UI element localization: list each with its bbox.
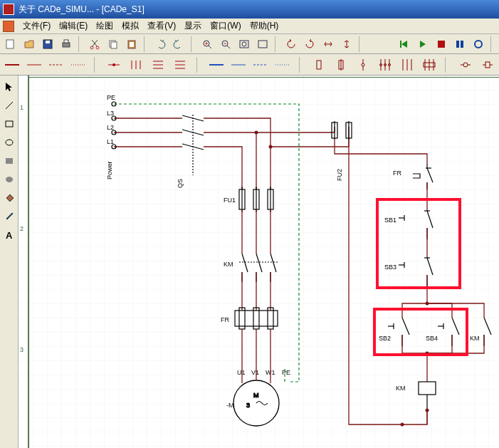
wire-blue2-icon[interactable]	[231, 58, 246, 72]
lbl-l1: L1	[107, 138, 114, 145]
lbl-fr: FR	[221, 316, 229, 323]
lbl-u1: U1	[237, 369, 246, 376]
toolbar	[0, 34, 499, 54]
line-icon[interactable]	[2, 98, 16, 113]
fillell-icon[interactable]	[2, 172, 16, 187]
node-icon[interactable]	[107, 58, 122, 72]
svg-rect-122	[374, 309, 467, 355]
wire-thin-icon[interactable]	[26, 58, 41, 72]
text-icon[interactable]: A	[2, 228, 16, 242]
bus3h-icon[interactable]	[151, 58, 166, 72]
lbl-l2: L2	[107, 124, 114, 131]
svg-line-12	[209, 46, 211, 48]
zoomfit-icon[interactable]	[236, 36, 252, 52]
lbl-km2: KM	[396, 385, 406, 392]
open-icon[interactable]	[21, 36, 37, 52]
stop-icon[interactable]	[434, 36, 449, 52]
redo-icon[interactable]	[171, 36, 187, 52]
save-icon[interactable]	[40, 36, 56, 52]
menu-display[interactable]: 显示	[184, 20, 201, 32]
fliph-icon[interactable]	[320, 36, 336, 52]
svg-rect-45	[317, 61, 321, 69]
lbl-qs: QS	[177, 179, 184, 188]
ruler-vertical: 1 2 3	[19, 75, 28, 448]
pause-icon[interactable]	[452, 36, 468, 52]
svg-point-49	[362, 63, 364, 66]
lbl-pe: PE	[107, 94, 115, 101]
lbl-m: M	[253, 392, 259, 399]
rect-icon[interactable]	[2, 117, 16, 131]
ruler-2: 2	[20, 225, 23, 232]
svg-rect-20	[258, 41, 267, 48]
svg-rect-0	[6, 40, 14, 48]
svg-rect-24	[461, 41, 463, 48]
svg-line-129	[242, 254, 248, 272]
comp-a-icon[interactable]	[311, 58, 326, 72]
window-title: 关于 CADe_SIMU... - [CADe_S1]	[19, 4, 145, 16]
cycle-icon[interactable]	[471, 36, 486, 52]
menu-draw[interactable]: 绘图	[96, 20, 113, 32]
copy-icon[interactable]	[105, 36, 121, 52]
bus3s-icon[interactable]	[173, 58, 188, 72]
zoomout-icon[interactable]	[218, 36, 233, 52]
wire-red-icon[interactable]	[4, 58, 19, 72]
ellipse-icon[interactable]	[2, 135, 16, 150]
lbl-sb2: SB2	[379, 335, 391, 342]
svg-point-25	[475, 41, 482, 48]
undo-icon[interactable]	[152, 36, 168, 52]
svg-line-115	[484, 318, 491, 335]
svg-rect-121	[377, 199, 460, 288]
wire-blue4-icon[interactable]	[275, 58, 290, 72]
menu-help[interactable]: 帮助(H)	[250, 20, 279, 32]
svg-line-111	[452, 318, 459, 335]
zoomwin-icon[interactable]	[255, 36, 270, 52]
svg-line-131	[256, 254, 262, 272]
svg-rect-67	[485, 62, 490, 68]
svg-point-64	[463, 63, 468, 67]
comp-c-icon[interactable]	[355, 58, 370, 72]
comp-g-icon[interactable]	[458, 58, 473, 72]
comp-b-icon[interactable]	[333, 58, 348, 72]
bucket-icon[interactable]	[2, 191, 16, 205]
menu-view[interactable]: 查看(V)	[147, 20, 176, 32]
wire-dot-icon[interactable]	[70, 58, 85, 72]
print-icon[interactable]	[58, 36, 74, 52]
menu-sim[interactable]: 模拟	[122, 20, 139, 32]
comp-f-icon[interactable]	[421, 58, 436, 72]
flipv-icon[interactable]	[339, 36, 354, 52]
menu-edit[interactable]: 编辑(E)	[59, 20, 88, 32]
comp-d-icon[interactable]	[377, 58, 392, 72]
zoomin-icon[interactable]	[199, 36, 215, 52]
menu-window[interactable]: 窗口(W)	[210, 20, 241, 32]
svg-rect-118	[419, 382, 436, 395]
svg-rect-73	[6, 158, 13, 164]
eyedrop-icon[interactable]	[2, 209, 16, 224]
comp-h-icon[interactable]	[480, 58, 495, 72]
svg-rect-22	[438, 41, 445, 48]
lbl-fu2: FU2	[336, 169, 343, 181]
paste-icon[interactable]	[124, 36, 140, 52]
bus3-icon[interactable]	[129, 58, 144, 72]
svg-point-31	[112, 63, 115, 66]
pointer-icon[interactable]	[2, 80, 16, 94]
wire-dash-icon[interactable]	[48, 58, 63, 72]
wire-blue3-icon[interactable]	[253, 58, 268, 72]
rotr-icon[interactable]	[302, 36, 317, 52]
skip-prev-icon[interactable]	[396, 36, 412, 52]
wire-blue-icon[interactable]	[209, 58, 224, 72]
lbl-power: Power	[106, 161, 113, 179]
fillrect-icon[interactable]	[2, 154, 16, 168]
lbl-l3: L3	[107, 110, 114, 117]
canvas[interactable]: 1 2 3 PE L3 L2 L1 Power	[19, 75, 499, 448]
cut-icon[interactable]	[87, 36, 103, 52]
svg-rect-136	[235, 311, 278, 326]
play-icon[interactable]	[415, 36, 431, 52]
ruler-1: 1	[20, 104, 23, 111]
lbl-sb3: SB3	[384, 264, 396, 271]
svg-rect-8	[111, 42, 117, 48]
lbl-km3: KM	[470, 335, 480, 342]
rotl-icon[interactable]	[283, 36, 299, 52]
comp-e-icon[interactable]	[399, 58, 414, 72]
new-icon[interactable]	[3, 36, 19, 52]
menu-file[interactable]: 文件(F)	[23, 20, 51, 32]
